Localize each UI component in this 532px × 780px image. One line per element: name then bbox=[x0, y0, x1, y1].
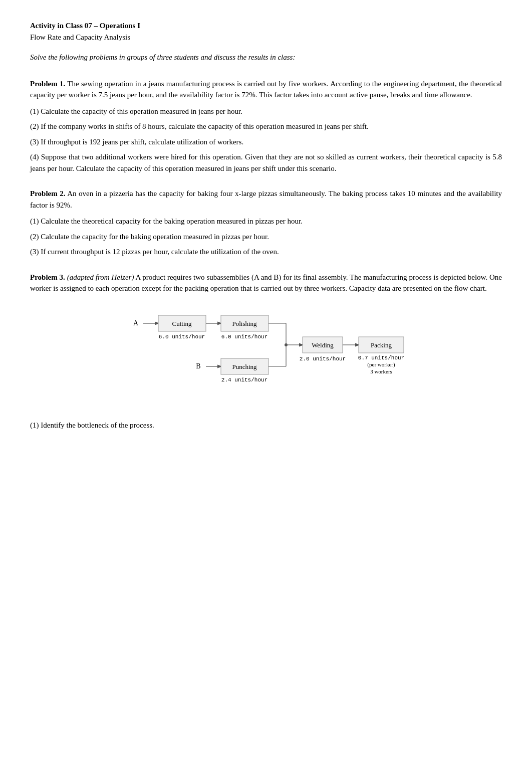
problem-1-label: Problem 1. bbox=[30, 80, 65, 88]
flowchart-svg: A Cutting 6.0 units/hour Polishing 6.0 u… bbox=[121, 304, 411, 410]
problem-1-item-2: (2) If the company works in shifts of 8 … bbox=[30, 121, 502, 132]
problem-3: Problem 3. (adapted from Heizer) A produ… bbox=[30, 272, 502, 431]
problem-2-label: Problem 2. bbox=[30, 189, 66, 198]
problem-3-label-italic: (adapted from Heizer) bbox=[67, 273, 134, 281]
problem-3-item-1: (1) Identify the bottleneck of the proce… bbox=[30, 420, 502, 431]
cutting-label: Cutting bbox=[172, 320, 192, 327]
punching-label: Punching bbox=[232, 363, 257, 370]
problem-2-body: An oven in a pizzeria has the capacity f… bbox=[30, 189, 502, 209]
merge-point bbox=[285, 343, 288, 346]
problem-1-item-3: (3) If throughput is 192 jeans per shift… bbox=[30, 136, 502, 148]
welding-rate: 2.0 units/hour bbox=[300, 356, 346, 362]
problem-2-item-1: (1) Calculate the theoretical capacity f… bbox=[30, 216, 502, 227]
problem-1: Problem 1. The sewing operation in a jea… bbox=[30, 78, 502, 174]
punching-rate: 2.4 units/hour bbox=[221, 377, 268, 383]
polishing-rate: 6.0 units/hour bbox=[221, 334, 268, 340]
header-title: Activity in Class 07 – Operations I bbox=[30, 20, 502, 32]
problem-3-text: Problem 3. (adapted from Heizer) A produ… bbox=[30, 272, 502, 294]
problem-1-body: The sewing operation in a jeans manufact… bbox=[30, 80, 502, 99]
node-A-label: A bbox=[133, 319, 139, 327]
problem-2-item-3: (3) If current throughput is 12 pizzas p… bbox=[30, 246, 502, 258]
problem-1-item-1: (1) Calculate the capacity of this opera… bbox=[30, 106, 502, 117]
node-B-label: B bbox=[196, 362, 200, 370]
cutting-rate: 6.0 units/hour bbox=[159, 334, 205, 340]
flowchart-container: A Cutting 6.0 units/hour Polishing 6.0 u… bbox=[121, 304, 411, 410]
intro-text: Solve the following problems in groups o… bbox=[30, 52, 502, 63]
packing-label: Packing bbox=[371, 341, 392, 349]
problem-2-item-2: (2) Calculate the capacity for the bakin… bbox=[30, 231, 502, 243]
polishing-label: Polishing bbox=[232, 320, 257, 327]
packing-note1: (per worker) bbox=[367, 361, 395, 368]
problem-1-text: Problem 1. The sewing operation in a jea… bbox=[30, 78, 502, 101]
problem-2: Problem 2. An oven in a pizzeria has the… bbox=[30, 188, 502, 258]
problem-1-item-4: (4) Suppose that two additional workers … bbox=[30, 151, 502, 174]
packing-note2: 3 workers bbox=[370, 368, 392, 374]
packing-rate: 0.7 units/hour bbox=[358, 355, 404, 361]
problem-2-text: Problem 2. An oven in a pizzeria has the… bbox=[30, 188, 502, 211]
header-subtitle: Flow Rate and Capacity Analysis bbox=[30, 32, 502, 43]
welding-label: Welding bbox=[312, 341, 334, 349]
problem-3-label: Problem 3. bbox=[30, 273, 65, 281]
